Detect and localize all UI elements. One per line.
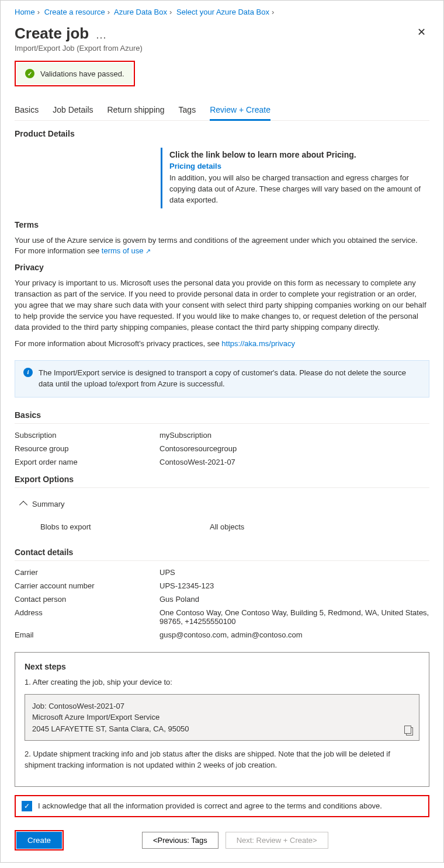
privacy-heading: Privacy	[15, 263, 429, 272]
validation-highlight: ✓ Validations have passed.	[15, 61, 135, 86]
kv-row: Resource groupContosoresourcegroup	[15, 442, 429, 455]
next-steps-box: Next steps 1. After creating the job, sh…	[15, 652, 429, 787]
next-steps-heading: Next steps	[25, 662, 419, 671]
chevron-up-icon	[19, 501, 27, 509]
tab-tags[interactable]: Tags	[179, 100, 196, 120]
kv-row: SubscriptionmySubscription	[15, 428, 429, 442]
kv-row: Contact personGus Poland	[15, 592, 429, 606]
product-details-heading: Product Details	[15, 129, 429, 138]
breadcrumb-select-data-box[interactable]: Select your Azure Data Box	[176, 8, 269, 16]
pricing-callout-title: Click the link below to learn more about…	[169, 150, 429, 159]
info-banner: i The Import/Export service is designed …	[15, 360, 429, 398]
copy-icon[interactable]	[405, 727, 413, 735]
kv-row: Carrier account numberUPS-12345-123	[15, 579, 429, 592]
acknowledge-checkbox[interactable]: ✓	[22, 801, 32, 811]
validation-banner: ✓ Validations have passed.	[17, 63, 133, 84]
breadcrumb-home[interactable]: Home	[15, 8, 35, 16]
external-link-icon: ↗	[145, 247, 151, 255]
acknowledge-highlight: ✓ I acknowledge that all the information…	[15, 795, 429, 817]
page-subtitle: Import/Export Job (Export from Azure)	[15, 44, 143, 53]
privacy-link[interactable]: https://aka.ms/privacy	[221, 339, 295, 348]
acknowledge-text: I acknowledge that all the information p…	[38, 801, 382, 811]
kv-row: CarrierUPS	[15, 566, 429, 579]
previous-button[interactable]: <Previous: Tags	[142, 832, 218, 849]
pricing-callout-text: In addition, you will also be charged tr…	[169, 173, 429, 206]
terms-text: Your use of the Azure service is govern …	[15, 235, 429, 257]
privacy-more: For more information about Microsoft's p…	[15, 339, 429, 350]
step1-text: 1. After creating the job, ship your dev…	[25, 677, 419, 688]
next-button: Next: Review + Create>	[226, 832, 328, 849]
validation-text: Validations have passed.	[40, 69, 124, 78]
tab-basics[interactable]: Basics	[15, 100, 39, 120]
info-text: The Import/Export service is designed to…	[39, 368, 421, 390]
breadcrumb-azure-data-box[interactable]: Azure Data Box	[114, 8, 167, 16]
terms-of-use-link[interactable]: terms of use ↗	[102, 246, 151, 255]
kv-row: Export order nameContosoWest-2021-07	[15, 455, 429, 469]
pricing-callout: Click the link below to learn more about…	[161, 148, 429, 208]
pricing-details-link[interactable]: Pricing details	[169, 162, 429, 170]
tab-review-create[interactable]: Review + Create	[210, 100, 270, 121]
terms-heading: Terms	[15, 220, 429, 229]
tab-job-details[interactable]: Job Details	[53, 100, 93, 120]
tab-return-shipping[interactable]: Return shipping	[107, 100, 165, 120]
kv-row: AddressOne Contoso Way, One Contoso Way,…	[15, 606, 429, 628]
breadcrumb: Home› Create a resource› Azure Data Box›…	[15, 2, 429, 20]
footer-buttons: Create <Previous: Tags Next: Review + Cr…	[15, 830, 429, 850]
more-actions-icon[interactable]: ⋯	[96, 32, 107, 43]
contact-heading: Contact details	[15, 548, 429, 561]
check-circle-icon: ✓	[25, 69, 34, 78]
step2-text: 2. Update shipment tracking info and job…	[25, 749, 419, 771]
summary-toggle[interactable]: Summary	[15, 493, 429, 517]
export-options-heading: Export Options	[15, 475, 429, 488]
info-icon: i	[23, 368, 33, 377]
privacy-text: Your privacy is important to us. Microso…	[15, 278, 429, 333]
page-title: Create job	[15, 25, 89, 42]
breadcrumb-create-resource[interactable]: Create a resource	[44, 8, 105, 16]
basics-heading: Basics	[15, 410, 429, 424]
create-button-highlight: Create	[15, 830, 64, 850]
tabs: Basics Job Details Return shipping Tags …	[15, 100, 429, 121]
summary-label: Summary	[32, 500, 65, 508]
shipping-address-box: Job: ContosoWest-2021-07 Microsoft Azure…	[25, 694, 419, 741]
kv-row: Emailgusp@contoso.com, admin@contoso.com	[15, 628, 429, 642]
close-icon[interactable]: ✕	[414, 25, 429, 40]
blobs-row: Blobs to export All objects	[15, 517, 429, 542]
create-button[interactable]: Create	[16, 832, 62, 849]
